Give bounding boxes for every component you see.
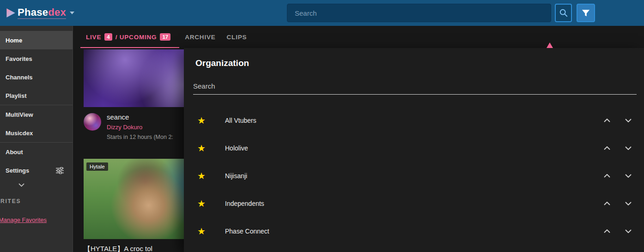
chevron-down-icon	[625, 174, 632, 178]
channel-link[interactable]: Dizzy Dokuro	[107, 124, 173, 131]
brand-primary: Phase	[18, 6, 48, 18]
sidebar-item-settings[interactable]: Settings	[0, 161, 73, 180]
sidebar-item-playlist[interactable]: Playlist	[0, 86, 73, 105]
move-up-button[interactable]	[601, 170, 613, 181]
sidebar-item-channels[interactable]: Channels	[0, 68, 73, 86]
archive-label: ARCHIVE	[185, 34, 215, 41]
play-logo-icon	[5, 7, 17, 19]
favorite-star-icon[interactable]: ★	[197, 171, 207, 180]
chevron-up-icon	[604, 146, 610, 150]
organization-row-independents[interactable]: ★ Independents	[184, 190, 644, 217]
app-logo[interactable]: Phasedex	[0, 7, 74, 19]
organization-panel: Organization ★ All Vtubers ★ Hololive	[184, 48, 644, 252]
sidebar-item-label: MultiView	[6, 111, 33, 118]
game-badge: Hytale	[86, 162, 108, 171]
tab-bar: LIVE 4 / UPCOMING 17 ARCHIVE CLIPS	[73, 26, 644, 48]
row-actions	[601, 226, 634, 237]
video-card-text: seance Dizzy Dokuro Starts in 12 hours (…	[107, 113, 173, 140]
chevron-down-icon	[625, 146, 632, 150]
sidebar-item-musicdex[interactable]: Musicdex	[0, 124, 73, 142]
search-button[interactable]	[555, 4, 572, 22]
tab-clips[interactable]: CLIPS	[221, 26, 253, 48]
sidebar-item-favorites[interactable]: Favorites	[0, 49, 73, 68]
sidebar-item-label: Channels	[6, 74, 33, 81]
filter-button[interactable]	[577, 4, 595, 22]
favorite-star-icon[interactable]: ★	[197, 199, 207, 208]
move-down-button[interactable]	[623, 198, 634, 209]
move-up-button[interactable]	[601, 226, 613, 237]
organization-search-input[interactable]	[193, 80, 637, 95]
organization-row-all-vtubers[interactable]: ★ All Vtubers	[184, 107, 644, 134]
favorites-section-heading: FAVORITES	[0, 198, 73, 204]
video-title[interactable]: seance	[107, 113, 173, 121]
search-icon	[559, 8, 568, 18]
sidebar-item-label: About	[6, 149, 23, 156]
sidebar-expand-toggle[interactable]	[0, 180, 73, 191]
clips-label: CLIPS	[227, 34, 247, 41]
chevron-down-icon	[625, 202, 632, 205]
chevron-down-icon[interactable]	[70, 12, 74, 14]
organization-label: Nijisanji	[225, 172, 247, 180]
organization-row-hololive[interactable]: ★ Hololive	[184, 134, 644, 162]
favorite-star-icon[interactable]: ★	[197, 144, 207, 153]
manage-favorites-link[interactable]: Manage Favorites	[0, 216, 47, 223]
filter-icon	[582, 9, 590, 17]
move-up-button[interactable]	[601, 115, 613, 126]
upcoming-count-badge: 17	[160, 33, 170, 41]
brand-secondary: dex	[48, 6, 66, 18]
organization-label: Independents	[225, 200, 264, 207]
sidebar-item-about[interactable]: About	[0, 143, 73, 161]
organization-label: Hololive	[225, 144, 248, 152]
chevron-up-icon	[604, 174, 610, 178]
move-down-button[interactable]	[623, 226, 634, 237]
row-actions	[601, 115, 634, 126]
chevron-down-icon	[18, 183, 24, 187]
favorite-star-icon[interactable]: ★	[197, 116, 207, 125]
chevron-up-icon	[604, 202, 610, 205]
channel-avatar[interactable]	[84, 113, 101, 131]
organization-list: ★ All Vtubers ★ Hololive	[184, 107, 644, 245]
sidebar-item-label: Settings	[6, 167, 29, 174]
brand-wordmark: Phasedex	[18, 7, 66, 19]
sidebar-item-label: Musicdex	[6, 130, 33, 137]
organization-row-phase-connect[interactable]: ★ Phase Connect	[184, 217, 644, 245]
move-down-button[interactable]	[623, 115, 634, 126]
row-actions	[601, 143, 634, 154]
move-down-button[interactable]	[623, 143, 634, 154]
upcoming-label: / UPCOMING	[115, 34, 157, 41]
favorite-star-icon[interactable]: ★	[197, 227, 207, 236]
row-actions	[601, 198, 634, 209]
chevron-up-icon	[604, 229, 610, 233]
organization-panel-title: Organization	[184, 48, 644, 68]
move-down-button[interactable]	[623, 170, 634, 181]
chevron-up-icon	[604, 119, 610, 122]
sidebar-item-label: Playlist	[6, 92, 27, 99]
live-count-badge: 4	[104, 33, 112, 41]
video-status: Starts in 12 hours (Mon 2:	[107, 134, 173, 140]
tab-live-upcoming[interactable]: LIVE 4 / UPCOMING 17	[80, 26, 179, 48]
sidebar: Home Favorites Channels Playlist MultiVi…	[0, 26, 73, 252]
move-up-button[interactable]	[601, 143, 613, 154]
chevron-down-icon	[625, 229, 632, 233]
organization-label: All Vtubers	[225, 117, 256, 124]
sidebar-item-label: Home	[6, 37, 22, 44]
tab-archive[interactable]: ARCHIVE	[179, 26, 221, 48]
topbar: Phasedex	[0, 0, 644, 26]
dropdown-anchor-arrow-icon	[547, 42, 553, 48]
organization-label: Phase Connect	[225, 228, 269, 235]
row-actions	[601, 170, 634, 181]
sidebar-item-multiview[interactable]: MultiView	[0, 105, 73, 124]
global-search-input[interactable]	[287, 4, 551, 22]
live-label: LIVE	[86, 34, 101, 41]
move-up-button[interactable]	[601, 198, 613, 209]
tune-icon	[56, 167, 64, 174]
chevron-down-icon	[625, 119, 632, 122]
sidebar-item-label: Favorites	[6, 55, 32, 62]
sidebar-item-home[interactable]: Home	[0, 31, 73, 49]
organization-row-nijisanji[interactable]: ★ Nijisanji	[184, 162, 644, 190]
